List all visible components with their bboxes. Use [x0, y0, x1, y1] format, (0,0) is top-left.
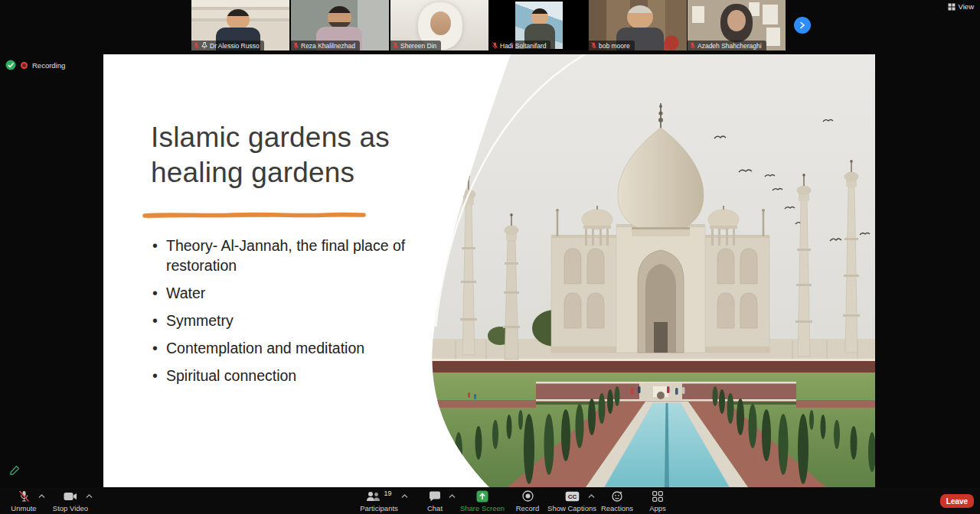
grid-view-icon: [948, 3, 956, 11]
svg-text:CC: CC: [567, 493, 577, 500]
pin-icon: [201, 42, 207, 49]
share-screen-label: Share Screen: [460, 504, 505, 512]
participant-name: Shereen Din: [400, 42, 436, 50]
slide-bullet-list: Theory- Al-Jannah, the final place of re…: [151, 236, 416, 393]
mic-muted-icon: [194, 42, 199, 49]
mic-muted-icon: [690, 42, 695, 49]
video-tile[interactable]: Shereen Din: [390, 0, 488, 50]
video-tile[interactable]: Dr Alessio Russo: [191, 0, 289, 50]
participants-button[interactable]: 19 Participants: [352, 490, 406, 512]
share-screen-icon: [476, 490, 488, 503]
leave-button[interactable]: Leave: [940, 494, 974, 508]
participant-name: Azadeh Shahcheraghi: [697, 42, 762, 50]
mic-muted-icon: [492, 42, 498, 49]
participant-name: Dr Alessio Russo: [210, 42, 260, 50]
mic-muted-icon: [393, 42, 398, 49]
video-tile[interactable]: Hadi Soltanifard: [490, 0, 588, 50]
participants-options-chevron-icon[interactable]: [401, 494, 408, 499]
recording-label: Recording: [32, 61, 65, 70]
unmute-label: Unmute: [11, 504, 36, 512]
participant-name-bar: Dr Alessio Russo: [191, 41, 264, 50]
video-tile[interactable]: Reza Khalilnezhad: [291, 0, 389, 50]
participant-name-bar: Reza Khalilnezhad: [291, 41, 360, 50]
record-label: Record: [516, 504, 540, 512]
meeting-toolbar: Unmute Stop Video 19 Participants Chat S…: [0, 487, 980, 514]
slide-title: Islamic gardens as healing gardens: [151, 120, 434, 190]
mic-muted-icon: [18, 490, 30, 503]
chevron-right-icon: [799, 21, 806, 29]
participant-name-bar: Azadeh Shahcheraghi: [688, 41, 766, 50]
video-options-chevron-icon[interactable]: [86, 494, 93, 499]
pencil-icon: [9, 465, 20, 476]
shared-screen-slide: Islamic gardens as healing gardens Theor…: [103, 54, 875, 487]
slide-bullet: Symmetry: [151, 311, 416, 330]
mic-muted-icon: [591, 42, 596, 49]
taj-mahal-photo: [410, 54, 875, 487]
record-icon: [522, 490, 534, 503]
participants-count-badge: 19: [384, 490, 391, 497]
title-underline-accent: [142, 210, 367, 220]
chat-label: Chat: [427, 504, 443, 512]
participant-name: Hadi Soltanifard: [500, 42, 546, 50]
participants-icon: 19: [366, 490, 391, 503]
view-label: View: [959, 2, 974, 11]
video-strip: Dr Alessio Russo Reza Khalilnezhad Shere…: [0, 0, 980, 52]
show-captions-label: Show Captions: [547, 504, 596, 512]
chat-options-chevron-icon[interactable]: [449, 494, 456, 499]
participant-name-bar: Hadi Soltanifard: [490, 41, 550, 50]
recording-dot-icon[interactable]: [21, 62, 28, 69]
mic-muted-icon: [293, 42, 299, 49]
apps-label: Apps: [649, 504, 666, 512]
participant-name: Reza Khalilnezhad: [301, 42, 355, 50]
next-participants-button[interactable]: [794, 17, 811, 34]
video-tile[interactable]: Azadeh Shahcheraghi: [688, 0, 786, 50]
video-tile[interactable]: bob moore: [589, 0, 687, 50]
smiley-reactions-icon: [612, 490, 623, 503]
encryption-shield-icon[interactable]: [5, 60, 16, 70]
slide-bullet: Contemplation and meditation: [151, 338, 416, 358]
stop-video-button[interactable]: Stop Video: [44, 490, 97, 512]
participant-name: bob moore: [599, 42, 630, 50]
slide-bullet: Theory- Al-Jannah, the final place of re…: [151, 236, 416, 275]
reactions-label: Reactions: [601, 504, 633, 512]
recording-indicator: Recording: [5, 60, 65, 70]
apps-button[interactable]: Apps: [631, 490, 684, 512]
video-camera-icon: [64, 490, 77, 503]
participants-label: Participants: [360, 504, 398, 512]
participant-name-bar: Shereen Din: [390, 41, 441, 50]
view-button[interactable]: View: [948, 2, 974, 11]
chat-button[interactable]: Chat: [408, 490, 462, 512]
participant-name-bar: bob moore: [589, 41, 635, 50]
stop-video-label: Stop Video: [53, 504, 88, 512]
closed-captions-icon: CC: [565, 490, 580, 503]
apps-grid-icon: [652, 490, 663, 503]
chat-bubble-icon: [429, 490, 441, 503]
slide-bullet: Spiritual connection: [151, 366, 416, 386]
slide-bullet: Water: [151, 283, 416, 303]
annotate-pencil-button[interactable]: [9, 465, 20, 479]
